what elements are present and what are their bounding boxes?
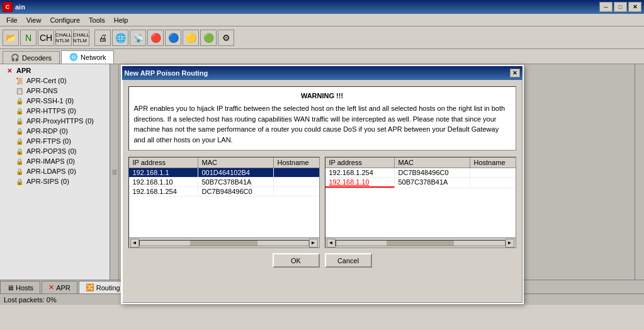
restore-button[interactable]: □ <box>614 2 627 12</box>
dialog-title-bar: New ARP Poison Routing ✕ <box>122 66 523 80</box>
menu-tools[interactable]: Tools <box>85 15 109 25</box>
menu-file[interactable]: File <box>3 15 21 25</box>
right-scroll-left[interactable]: ◄ <box>327 239 336 248</box>
toolbar-btn-6[interactable]: 🖨 <box>94 30 111 46</box>
top-tab-bar: 🎧 Decoders 🌐 Network <box>0 49 644 64</box>
left-list-panel: IP address MAC Hostname 192.168.1.1 001D… <box>128 157 320 248</box>
right-cell-hostname-2 <box>470 178 516 188</box>
right-scroll-track[interactable] <box>336 240 506 246</box>
left-cell-ip-3: 192.168.1.254 <box>129 187 198 196</box>
right-col-ip[interactable]: IP address <box>325 157 395 168</box>
title-bar-buttons: ─ □ ✕ <box>599 2 641 12</box>
right-list-panel: IP address MAC Hostname 192.168.1.254 DC… <box>325 157 516 248</box>
left-scroll-right[interactable]: ► <box>309 239 318 248</box>
decoders-icon: 🎧 <box>11 54 20 62</box>
dialog-body: WARNING !!! APR enables you to hijack IP… <box>122 80 523 274</box>
right-cell-mac-2: 50B7C378B41A <box>395 178 470 188</box>
toolbar-btn-4[interactable]: CHALLNTLM <box>55 30 72 46</box>
network-icon: 🌐 <box>69 53 78 61</box>
dialog: New ARP Poison Routing ✕ WARNING !!! APR… <box>121 65 524 304</box>
right-scroll-right[interactable]: ► <box>506 239 514 248</box>
warning-title: WARNING !!! <box>134 92 511 100</box>
toolbar-btn-8[interactable]: 📡 <box>130 30 146 46</box>
main-area: ✕ APR 📜 APR-Cert (0) 📋 APR-DNS 🔒 APR-SSH… <box>0 64 644 305</box>
right-scrollbar[interactable]: ◄ ► <box>325 237 516 248</box>
left-scrollbar[interactable]: ◄ ► <box>129 237 319 248</box>
toolbar-btn-5[interactable]: CHALLNTLM <box>73 30 89 46</box>
right-list-body: 192.168.1.254 DC7B948496C0 192.168.1.10 … <box>325 168 516 237</box>
minimize-button[interactable]: ─ <box>599 2 613 12</box>
ok-button[interactable]: OK <box>273 253 320 268</box>
left-col-mac[interactable]: MAC <box>198 157 274 168</box>
right-cell-ip-1: 192.168.1.254 <box>325 168 395 177</box>
modal-overlay: New ARP Poison Routing ✕ WARNING !!! APR… <box>0 64 644 305</box>
right-col-hostname[interactable]: Hostname <box>470 157 516 168</box>
dialog-title: New ARP Poison Routing <box>125 69 208 77</box>
dialog-buttons: OK Cancel <box>128 253 516 268</box>
left-list-header: IP address MAC Hostname <box>129 157 319 168</box>
toolbar-btn-3[interactable]: CH <box>38 30 54 46</box>
app-title: ain <box>15 3 25 11</box>
right-list-row-2[interactable]: 192.168.1.10 50B7C378B41A <box>325 178 516 188</box>
left-scroll-track[interactable] <box>139 240 309 246</box>
left-col-hostname[interactable]: Hostname <box>274 157 319 168</box>
toolbar-btn-2[interactable]: N <box>20 30 37 46</box>
left-list-row-1[interactable]: 192.168.1.1 001D464102B4 <box>129 168 319 178</box>
toolbar-btn-9[interactable]: 🔴 <box>147 30 164 46</box>
right-cell-hostname-1 <box>470 168 516 177</box>
right-col-mac[interactable]: MAC <box>395 157 470 168</box>
title-bar: C ain ─ □ ✕ <box>0 0 644 14</box>
left-cell-hostname-3 <box>274 187 319 196</box>
cancel-button[interactable]: Cancel <box>325 253 372 268</box>
left-cell-hostname-2 <box>274 178 319 186</box>
menu-view[interactable]: View <box>23 15 45 25</box>
title-bar-left: C ain <box>3 2 25 12</box>
left-scroll-left[interactable]: ◄ <box>130 239 139 248</box>
left-scroll-thumb[interactable] <box>190 241 257 246</box>
left-list-row-2[interactable]: 192.168.1.10 50B7C378B41A <box>129 178 319 187</box>
left-cell-ip-2: 192.168.1.10 <box>129 178 198 186</box>
menu-help[interactable]: Help <box>110 15 132 25</box>
lists-row: IP address MAC Hostname 192.168.1.1 001D… <box>128 157 516 248</box>
toolbar-btn-12[interactable]: 🟢 <box>200 30 217 46</box>
right-list-row-1[interactable]: 192.168.1.254 DC7B948496C0 <box>325 168 516 178</box>
toolbar-btn-7[interactable]: 🌐 <box>112 30 128 46</box>
right-cell-mac-1: DC7B948496C0 <box>395 168 470 177</box>
tab-decoders[interactable]: 🎧 Decoders <box>3 51 60 64</box>
left-col-ip[interactable]: IP address <box>129 157 198 168</box>
dialog-close-button[interactable]: ✕ <box>510 69 520 77</box>
left-cell-ip-1: 192.168.1.1 <box>129 168 198 177</box>
right-cell-ip-2: 192.168.1.10 <box>325 178 395 188</box>
left-cell-mac-3: DC7B948496C0 <box>198 187 274 196</box>
warning-text: APR enables you to hijack IP traffic bet… <box>134 103 511 145</box>
toolbar-btn-11[interactable]: 🟡 <box>183 30 199 46</box>
right-scroll-thumb[interactable] <box>387 241 454 246</box>
menu-configure[interactable]: Configure <box>46 15 84 25</box>
toolbar-btn-13[interactable]: ⚙ <box>218 30 234 46</box>
left-list-body: 192.168.1.1 001D464102B4 192.168.1.10 50… <box>129 168 319 237</box>
toolbar-btn-1[interactable]: 📂 <box>3 30 19 46</box>
tab-network[interactable]: 🌐 Network <box>61 50 114 64</box>
app-icon: C <box>3 2 13 12</box>
menu-bar: File View Configure Tools Help <box>0 14 644 26</box>
toolbar: 📂 N CH CHALLNTLM CHALLNTLM 🖨 🌐 📡 🔴 🔵 🟡 🟢… <box>0 26 644 49</box>
toolbar-btn-10[interactable]: 🔵 <box>165 30 181 46</box>
left-cell-hostname-1 <box>274 168 319 177</box>
left-list-row-3[interactable]: 192.168.1.254 DC7B948496C0 <box>129 187 319 196</box>
left-cell-mac-2: 50B7C378B41A <box>198 178 274 186</box>
left-cell-mac-1: 001D464102B4 <box>198 168 274 177</box>
right-list-header: IP address MAC Hostname <box>325 157 516 168</box>
warning-section: WARNING !!! APR enables you to hijack IP… <box>128 86 516 151</box>
close-button[interactable]: ✕ <box>628 2 641 12</box>
